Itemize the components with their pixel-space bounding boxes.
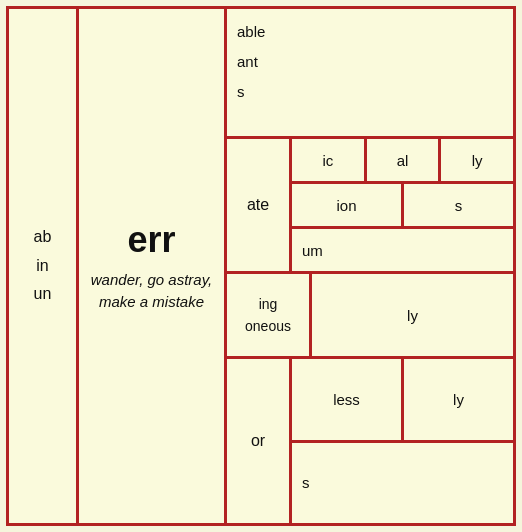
ate-row3: um [292,229,513,271]
suffix-ate-row: ate ic al ly ion s um [227,139,513,274]
ate-al: al [367,139,442,181]
ate-ly: ly [441,139,513,181]
or-grid: less ly s [292,359,513,523]
ing-text: ing oneous [245,293,291,338]
prefix-in: in [34,252,52,281]
ate-label: ate [227,139,292,271]
prefix-ab: ab [34,223,52,252]
root-column: err wander, go astray, make a mistake [79,9,227,523]
or-row2: s [292,443,513,524]
ate-grid: ic al ly ion s um [292,139,513,271]
root-word: err [127,219,175,261]
suffix-or-row: or less ly s [227,359,513,523]
or-s: s [302,474,310,491]
or-label: or [227,359,292,523]
ate-row1: ic al ly [292,139,513,184]
ate-s: s [404,184,513,226]
suffix-able: able [237,17,265,47]
ate-um: um [302,242,323,259]
suffix-column: able ant s ate ic al ly ion s um [227,9,513,523]
ing-ly: ly [312,274,513,356]
word-map-container: ab in un err wander, go astray, make a m… [6,6,516,526]
suffix-ing-row: ing oneous ly [227,274,513,359]
ate-ic: ic [292,139,367,181]
or-ly: ly [404,359,513,440]
root-definition: wander, go astray, make a mistake [89,269,214,314]
suffix-top-row: able ant s [227,9,513,139]
ate-row2: ion s [292,184,513,229]
or-row1: less ly [292,359,513,443]
ate-ion: ion [292,184,404,226]
suffix-s-top: s [237,77,265,107]
suffix-top-text: able ant s [237,17,265,107]
suffix-ant: ant [237,47,265,77]
ing-label: ing oneous [227,274,312,356]
prefix-list: ab in un [34,223,52,309]
or-less: less [292,359,404,440]
prefix-un: un [34,280,52,309]
prefix-column: ab in un [9,9,79,523]
